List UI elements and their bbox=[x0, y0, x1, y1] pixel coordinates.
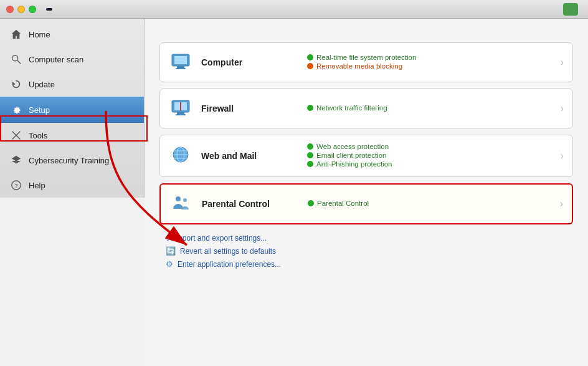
main-layout: HomeComputer scanUpdateSetupToolsCyberse… bbox=[0, 19, 588, 366]
help-label: Help bbox=[29, 181, 45, 190]
traffic-lights bbox=[6, 6, 36, 13]
status-dot bbox=[307, 152, 313, 158]
status-line: Network traffic filtering bbox=[307, 104, 556, 112]
parental-control-icon bbox=[169, 192, 193, 216]
status-text: Network traffic filtering bbox=[316, 104, 387, 112]
minimize-button[interactable] bbox=[17, 6, 25, 13]
cybersecurity-training-icon bbox=[10, 154, 22, 166]
status-line: Email client protection bbox=[307, 152, 556, 159]
import-export-label: Import and export settings... bbox=[174, 234, 267, 243]
svg-text:?: ? bbox=[14, 182, 18, 189]
status-dot bbox=[308, 200, 314, 206]
firewall-icon bbox=[169, 97, 192, 120]
cybersecurity-training-label: Cybersecurity Training bbox=[29, 156, 109, 165]
tools-label: Tools bbox=[29, 131, 47, 140]
home-label: Home bbox=[29, 30, 50, 39]
chevron-right-icon: › bbox=[560, 198, 563, 209]
content-area: ComputerReal-time file system protection… bbox=[145, 19, 588, 366]
status-line: Real-time file system protection bbox=[307, 54, 556, 61]
web-and-mail-icon bbox=[169, 144, 192, 168]
preferences-icon: ⚙ bbox=[166, 259, 173, 269]
svg-rect-8 bbox=[177, 66, 184, 68]
sidebar-item-help[interactable]: ?Help bbox=[0, 173, 144, 198]
firewall-status: Network traffic filtering bbox=[295, 104, 556, 113]
update-icon bbox=[10, 78, 22, 90]
help-icon: ? bbox=[10, 179, 22, 191]
sidebar-item-cybersecurity-training[interactable]: Cybersecurity Training bbox=[0, 148, 144, 173]
eset-badge bbox=[46, 8, 52, 11]
status-text: Anti-Phishing protection bbox=[316, 160, 392, 168]
web-and-mail-name: Web and Mail bbox=[201, 151, 295, 161]
svg-line-1 bbox=[17, 60, 21, 64]
svg-rect-9 bbox=[176, 68, 186, 69]
sections-container: ComputerReal-time file system protection… bbox=[159, 42, 573, 224]
section-web-and-mail[interactable]: Web and MailWeb access protectionEmail c… bbox=[159, 135, 573, 177]
tools-icon bbox=[10, 129, 22, 142]
footer-action-preferences[interactable]: ⚙Enter application preferences... bbox=[166, 259, 573, 269]
footer-actions: ↕Import and export settings...🔄Revert al… bbox=[159, 233, 573, 269]
status-text: Real-time file system protection bbox=[316, 54, 416, 61]
sidebar-item-tools[interactable]: Tools bbox=[0, 123, 144, 148]
status-line: Web access protection bbox=[307, 143, 556, 150]
title-bar-right bbox=[563, 3, 582, 16]
computer-icon bbox=[169, 51, 192, 74]
parental-control-status: Parental Control bbox=[295, 200, 555, 208]
computer-status: Real-time file system protectionRemovabl… bbox=[295, 54, 556, 71]
computer-scan-label: Computer scan bbox=[29, 55, 83, 64]
status-dot bbox=[307, 63, 313, 69]
status-dot bbox=[307, 161, 313, 167]
status-text: Parental Control bbox=[317, 200, 369, 207]
import-export-icon: ↕ bbox=[166, 233, 170, 243]
chevron-right-icon: › bbox=[561, 103, 564, 114]
section-parental-control[interactable]: Parental ControlParental Control› bbox=[159, 183, 573, 224]
sidebar: HomeComputer scanUpdateSetupToolsCyberse… bbox=[0, 19, 145, 198]
svg-rect-7 bbox=[174, 56, 187, 64]
status-line: Parental Control bbox=[308, 200, 555, 207]
svg-rect-14 bbox=[176, 114, 186, 115]
close-button[interactable] bbox=[6, 6, 14, 13]
revert-icon: 🔄 bbox=[166, 246, 176, 256]
svg-point-21 bbox=[183, 198, 187, 202]
sidebar-item-update[interactable]: Update bbox=[0, 72, 144, 97]
computer-name: Computer bbox=[201, 57, 295, 67]
status-text: Email client protection bbox=[316, 152, 387, 159]
setup-icon bbox=[10, 104, 22, 116]
section-firewall[interactable]: FirewallNetwork traffic filtering› bbox=[159, 89, 573, 128]
sidebar-item-home[interactable]: Home bbox=[0, 22, 144, 47]
sidebar-item-computer-scan[interactable]: Computer scan bbox=[0, 47, 144, 72]
svg-point-20 bbox=[176, 196, 181, 201]
footer-action-revert[interactable]: 🔄Revert all settings to defaults bbox=[166, 246, 573, 256]
status-text: Removable media blocking bbox=[316, 62, 402, 70]
sidebar-wrapper: HomeComputer scanUpdateSetupToolsCyberse… bbox=[0, 19, 145, 366]
status-line: Anti-Phishing protection bbox=[307, 160, 556, 168]
revert-label: Revert all settings to defaults bbox=[180, 247, 276, 256]
update-label: Update bbox=[29, 80, 55, 89]
svg-rect-13 bbox=[177, 112, 184, 114]
maximize-button[interactable] bbox=[29, 6, 36, 13]
status-dot bbox=[307, 143, 313, 150]
app-logo bbox=[46, 8, 56, 11]
status-dot bbox=[307, 105, 313, 111]
preferences-label: Enter application preferences... bbox=[178, 260, 281, 269]
status-dot bbox=[307, 54, 313, 60]
svg-point-0 bbox=[12, 55, 18, 61]
status-text: Web access protection bbox=[316, 143, 389, 150]
setup-label: Setup bbox=[29, 105, 50, 115]
firewall-name: Firewall bbox=[201, 104, 295, 113]
computer-scan-icon bbox=[10, 53, 22, 65]
home-icon bbox=[10, 28, 22, 41]
chevron-right-icon: › bbox=[561, 57, 564, 68]
web-and-mail-status: Web access protectionEmail client protec… bbox=[295, 143, 556, 169]
title-bar bbox=[0, 0, 588, 19]
footer-action-import-export[interactable]: ↕Import and export settings... bbox=[166, 233, 573, 243]
sidebar-item-setup[interactable]: Setup bbox=[0, 97, 144, 123]
status-line: Removable media blocking bbox=[307, 62, 556, 70]
parental-control-name: Parental Control bbox=[202, 199, 295, 209]
section-computer[interactable]: ComputerReal-time file system protection… bbox=[159, 42, 573, 82]
chevron-right-icon: › bbox=[561, 150, 564, 161]
check-button[interactable] bbox=[563, 3, 578, 16]
